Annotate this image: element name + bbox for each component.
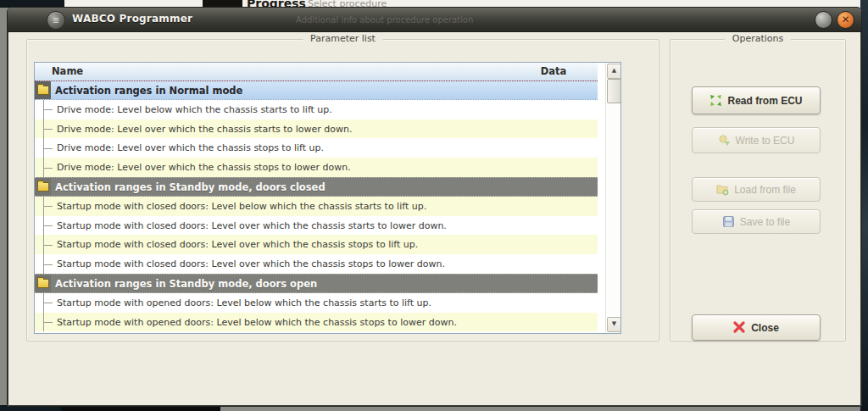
folder-icon (35, 275, 51, 292)
minimize-button[interactable] (815, 11, 832, 29)
param-item-row[interactable]: Startup mode with closed doors: Level ov… (35, 235, 598, 254)
tree-line-icon (43, 138, 54, 158)
parameter-label: Startup mode with opened doors: Level be… (57, 297, 431, 308)
parameter-label: Startup mode with closed doors: Level ov… (57, 258, 445, 269)
group-label: Activation ranges in Normal mode (55, 85, 242, 97)
operations-title: Operations (725, 33, 791, 44)
scroll-up-icon[interactable]: ▲ (607, 64, 621, 79)
close-label: Close (751, 322, 779, 334)
parameter-label: Startup mode with opened doors: Level be… (57, 317, 457, 328)
scroll-down-icon[interactable]: ▼ (607, 317, 621, 332)
tree-line-icon (43, 293, 54, 313)
param-group-row[interactable]: Activation ranges in Normal mode (35, 81, 598, 100)
parameter-label: Startup mode with closed doors: Level ov… (57, 239, 418, 250)
scrollbar-thumb[interactable] (607, 79, 621, 103)
tree-line-icon (43, 313, 54, 332)
tree-line-icon (43, 158, 54, 177)
write-ecu-icon (718, 134, 731, 147)
parameter-rows: Activation ranges in Normal modeDrive mo… (35, 81, 598, 333)
param-item-row[interactable]: Drive mode: Level over which the chassis… (35, 138, 598, 158)
write-to-ecu-button: Write to ECU (692, 127, 821, 153)
close-button[interactable]: Close (692, 314, 821, 341)
vertical-scrollbar[interactable]: ▲ ▼ (605, 63, 620, 333)
load-file-icon (716, 183, 729, 196)
write-to-ecu-label: Write to ECU (736, 135, 795, 147)
window-close-button[interactable]: ✕ (837, 11, 854, 29)
tree-line-icon (43, 216, 54, 236)
parameter-label: Drive mode: Level over which the chassis… (57, 142, 324, 153)
column-header-name[interactable]: Name (52, 65, 83, 77)
save-to-file-button: Save to file (692, 209, 821, 234)
tree-line-icon (43, 235, 54, 254)
param-group-row[interactable]: Activation ranges in Standby mode, doors… (35, 274, 598, 293)
tree-line-icon (43, 119, 54, 139)
group-label: Activation ranges in Standby mode, doors… (55, 181, 326, 193)
titlebar[interactable]: ≡ WABCO Programmer Additional info about… (8, 8, 861, 32)
param-item-row[interactable]: Startup mode with opened doors: Level be… (35, 293, 598, 313)
close-x-icon (733, 321, 746, 334)
param-item-row[interactable]: Startup mode with closed doors: Level ov… (35, 254, 598, 274)
parameter-label: Drive mode: Level over which the chassis… (57, 124, 353, 135)
table-header[interactable]: Name Data (35, 63, 598, 81)
wabco-programmer-window: ≡ WABCO Programmer Additional info about… (7, 7, 862, 407)
param-item-row[interactable]: Drive mode: Level over which the chassis… (35, 158, 598, 177)
load-from-file-button: Load from file (692, 177, 821, 202)
param-item-row[interactable]: Startup mode with closed doors: Level be… (35, 197, 598, 216)
parameter-label: Startup mode with closed doors: Level be… (57, 201, 426, 212)
tree-line-icon (43, 254, 54, 274)
parameter-list-groupbox: Parameter list Name Data Activation rang… (26, 39, 659, 342)
parameter-label: Drive mode: Level below which the chassi… (57, 104, 332, 115)
param-group-row[interactable]: Activation ranges in Standby mode, doors… (35, 177, 598, 197)
tree-line-icon (43, 197, 54, 216)
app-menu-icon[interactable]: ≡ (47, 11, 65, 30)
parameter-table: Name Data Activation ranges in Normal mo… (34, 62, 621, 334)
folder-icon (35, 81, 51, 99)
save-to-file-label: Save to file (740, 216, 790, 228)
parameter-list-title: Parameter list (303, 33, 383, 44)
group-label: Activation ranges in Standby mode, doors… (55, 278, 317, 290)
window-title: WABCO Programmer (72, 13, 192, 25)
read-ecu-icon (709, 94, 722, 107)
param-item-row[interactable]: Startup mode with closed doors: Level ov… (35, 216, 598, 236)
save-file-icon (722, 215, 735, 228)
parameter-label: Startup mode with closed doors: Level ov… (57, 220, 447, 231)
param-item-row[interactable]: Drive mode: Level over which the chassis… (35, 119, 598, 139)
operations-groupbox: Operations Read from ECU Write (670, 39, 846, 342)
folder-icon (35, 178, 51, 196)
ghost-background-text: Additional info about procedure operatio… (296, 15, 473, 25)
column-header-data[interactable]: Data (520, 65, 587, 77)
tree-line-icon (43, 100, 54, 119)
read-from-ecu-label: Read from ECU (727, 95, 802, 107)
param-item-row[interactable]: Startup mode with opened doors: Level be… (35, 313, 598, 332)
parameter-label: Drive mode: Level over which the chassis… (57, 162, 351, 173)
param-item-row[interactable]: Drive mode: Level below which the chassi… (35, 100, 598, 119)
load-from-file-label: Load from file (734, 184, 796, 196)
read-from-ecu-button[interactable]: Read from ECU (692, 86, 821, 114)
